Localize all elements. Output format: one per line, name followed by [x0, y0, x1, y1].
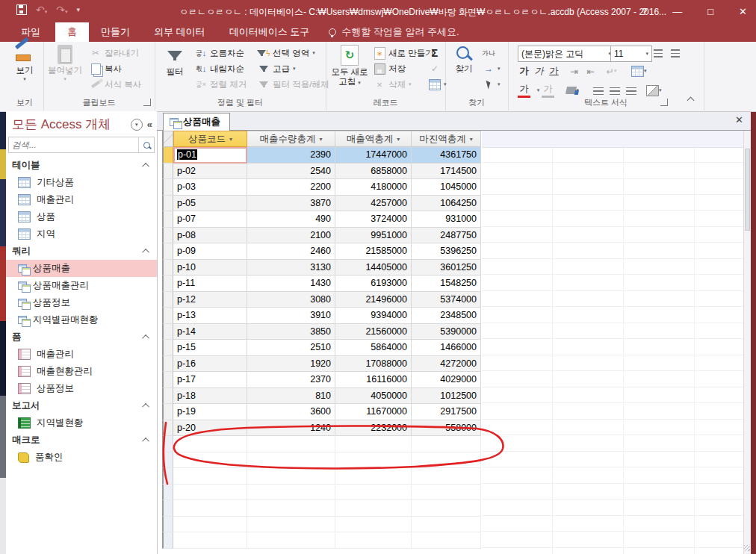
close-button[interactable]: ✕: [739, 6, 747, 17]
empty-cell[interactable]: [335, 436, 412, 452]
nav-item-상품매출관리[interactable]: 상품매출관리: [6, 277, 157, 294]
customize-qat-button[interactable]: ▾: [77, 6, 81, 13]
nav-menu-dropdown-icon[interactable]: ▾: [131, 119, 143, 131]
undo-button[interactable]: ↶▾: [36, 3, 47, 16]
cell[interactable]: 1012500: [412, 388, 481, 405]
help-button[interactable]: ?: [642, 6, 647, 17]
cell[interactable]: p-02: [173, 164, 247, 180]
cell[interactable]: 4272000: [412, 356, 481, 373]
column-dropdown-icon[interactable]: ▾: [470, 136, 473, 143]
row-selector[interactable]: [162, 340, 173, 356]
cell[interactable]: 9394000: [335, 308, 412, 324]
refresh-all-button[interactable]: ↻ 모두 새로고침 ▾: [330, 45, 369, 87]
empty-cell[interactable]: [335, 452, 412, 469]
row-selector[interactable]: [162, 485, 173, 501]
align-left-icon[interactable]: [592, 84, 604, 98]
cell[interactable]: p-09: [173, 243, 247, 260]
cell[interactable]: 17088000: [335, 356, 412, 373]
collapse-ribbon-button[interactable]: [688, 93, 693, 106]
cell[interactable]: 5390000: [412, 324, 481, 340]
nav-item-상품매출[interactable]: 상품매출: [6, 260, 157, 277]
row-selector[interactable]: [162, 276, 173, 292]
cell[interactable]: 558000: [412, 420, 481, 437]
increase-indent-icon[interactable]: ⇥: [568, 64, 580, 78]
nav-item-지역[interactable]: 지역: [6, 225, 157, 243]
cell[interactable]: 2348500: [412, 308, 481, 324]
cell[interactable]: 5374000: [412, 292, 481, 308]
nav-item-매출관리[interactable]: 매출관리: [6, 191, 157, 208]
cell[interactable]: 17447000: [335, 147, 412, 164]
column-dropdown-icon[interactable]: ▾: [229, 136, 232, 143]
cell[interactable]: 2200: [247, 179, 335, 196]
cell[interactable]: 1548250: [412, 276, 481, 292]
empty-cell[interactable]: [173, 517, 247, 533]
cell[interactable]: 3130: [247, 260, 335, 276]
nav-item-품확인[interactable]: 품확인: [6, 449, 157, 466]
cell[interactable]: p-07: [173, 211, 247, 228]
row-selector[interactable]: [162, 211, 173, 228]
row-selector[interactable]: [162, 420, 173, 437]
format-painter-button[interactable]: 서식 복사: [90, 77, 141, 92]
nav-section-header[interactable]: 보고서: [6, 397, 157, 414]
cell[interactable]: 4180000: [335, 179, 412, 196]
cell[interactable]: 931000: [412, 211, 481, 228]
totals-button[interactable]: Σ: [429, 46, 447, 60]
cell[interactable]: 11670000: [335, 404, 412, 420]
cell[interactable]: 21496000: [335, 292, 412, 308]
cell[interactable]: 16116000: [335, 372, 412, 388]
cell[interactable]: 14405000: [335, 260, 412, 276]
document-tab-product-sales[interactable]: 상품매출: [163, 113, 230, 131]
cell[interactable]: 3080: [247, 292, 335, 308]
find-button[interactable]: 찾기: [447, 45, 481, 74]
paste-button[interactable]: 붙여넣기▾: [48, 45, 82, 81]
row-selector[interactable]: [162, 517, 173, 533]
save-record-button[interactable]: 저장: [374, 61, 434, 76]
empty-cell[interactable]: [173, 436, 247, 452]
nav-item-상품정보[interactable]: 상품정보: [6, 294, 157, 311]
cell[interactable]: 2390: [247, 147, 335, 164]
cell[interactable]: 21560000: [335, 324, 412, 340]
select-all-cell[interactable]: [162, 131, 173, 147]
nav-item-지역별현황[interactable]: 지역별현황: [6, 414, 157, 432]
cell[interactable]: 490: [247, 211, 335, 228]
font-size-combo[interactable]: 11▾: [610, 46, 652, 62]
empty-cell[interactable]: [247, 468, 335, 485]
gridlines-button[interactable]: ▾: [631, 64, 647, 78]
empty-cell[interactable]: [173, 452, 247, 469]
cell[interactable]: 4361750: [412, 147, 481, 164]
cell[interactable]: 4029000: [412, 372, 481, 388]
empty-cell[interactable]: [173, 532, 247, 549]
nav-section-header[interactable]: 매크로: [6, 432, 157, 449]
row-selector[interactable]: [162, 196, 173, 212]
minimize-button[interactable]: —: [672, 6, 682, 17]
cell[interactable]: p-15: [173, 340, 247, 356]
sort-ascending-button[interactable]: 긓↓오름차순: [195, 46, 247, 60]
row-selector[interactable]: [162, 228, 173, 244]
empty-cell[interactable]: [247, 485, 335, 501]
sort-descending-button[interactable]: 흯↓내림차순: [195, 61, 247, 76]
cell[interactable]: p-17: [173, 372, 247, 388]
cell[interactable]: 3850: [247, 324, 335, 340]
empty-cell[interactable]: [412, 532, 481, 549]
cell[interactable]: 3724000: [335, 211, 412, 228]
more-records-button[interactable]: ▾: [429, 77, 447, 92]
row-selector[interactable]: [162, 404, 173, 420]
direction-icon[interactable]: ↵▾: [605, 64, 618, 78]
nav-section-header[interactable]: 폼: [6, 329, 157, 346]
alternate-row-color-button[interactable]: ▾: [646, 84, 662, 97]
empty-cell[interactable]: [335, 532, 412, 549]
row-selector[interactable]: [162, 147, 173, 164]
shutter-bar-collapse-icon[interactable]: «: [147, 119, 152, 130]
nav-item-지역별판매현황[interactable]: 지역별판매현황: [6, 311, 157, 329]
cell[interactable]: p-16: [173, 356, 247, 373]
cell[interactable]: p-11: [173, 276, 247, 292]
column-header-마진액총계[interactable]: 마진액총계▾: [412, 131, 481, 147]
cell[interactable]: 1714500: [412, 164, 481, 180]
filter-button[interactable]: 필터: [158, 45, 192, 77]
delete-record-button[interactable]: ×삭제▾: [374, 77, 434, 92]
empty-cell[interactable]: [335, 485, 412, 501]
empty-cell[interactable]: [247, 500, 335, 517]
empty-cell[interactable]: [247, 532, 335, 549]
tab-home[interactable]: 홈: [55, 22, 89, 42]
row-selector[interactable]: [162, 388, 173, 405]
